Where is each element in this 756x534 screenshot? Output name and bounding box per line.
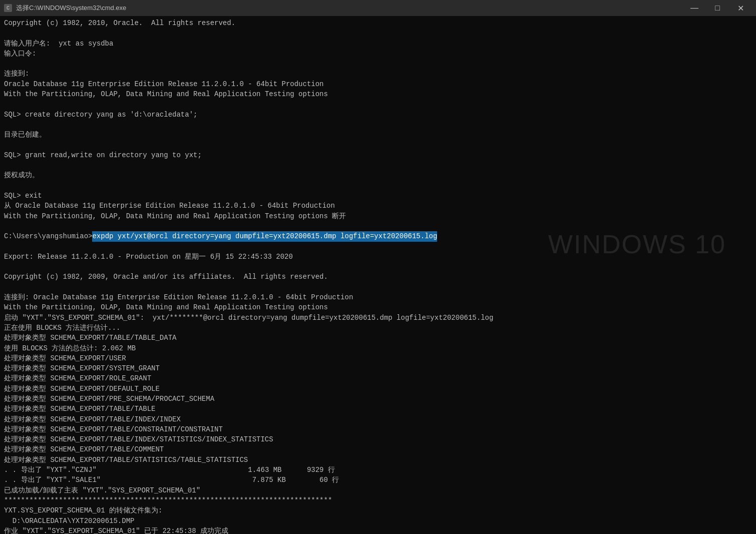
terminal-body[interactable]: WINDOWS 10 Copyright (c) 1982, 2010, Ora…: [0, 16, 756, 534]
line-2: [4, 28, 752, 38]
line-28: 连接到: Oracle Database 11g Enterprise Edit…: [4, 292, 752, 302]
window-controls: — □ ✕: [683, 0, 752, 16]
window-title: 选择C:\WINDOWS\system32\cmd.exe: [16, 4, 126, 13]
line-48: ****************************************…: [4, 495, 752, 505]
line-43: 处理对象类型 SCHEMA_EXPORT/TABLE/COMMENT: [4, 444, 752, 454]
line-20: With the Partitioning, OLAP, Data Mining…: [4, 211, 752, 221]
line-27: [4, 282, 752, 292]
line-14: SQL> grant read,write on directory yang …: [4, 150, 752, 160]
line-19: 从 Oracle Database 11g Enterprise Edition…: [4, 201, 752, 211]
line-3: 请输入用户名: yxt as sysdba: [4, 39, 752, 49]
line-37: 处理对象类型 SCHEMA_EXPORT/DEFAULT_ROLE: [4, 384, 752, 394]
maximize-button[interactable]: □: [706, 0, 729, 16]
line-15: [4, 160, 752, 170]
line-45: . . 导出了 "YXT"."CZNJ" 1.463 MB 9329 行: [4, 465, 752, 475]
line-39: 处理对象类型 SCHEMA_EXPORT/TABLE/TABLE: [4, 404, 752, 414]
line-41: 处理对象类型 SCHEMA_EXPORT/TABLE/CONSTRAINT/CO…: [4, 424, 752, 434]
line-5: [4, 59, 752, 69]
line-49: YXT.SYS_EXPORT_SCHEMA_01 的转储文件集为:: [4, 505, 752, 515]
line-31: 正在使用 BLOCKS 方法进行估计...: [4, 323, 752, 333]
line-46: . . 导出了 "YXT"."SALE1" 7.875 KB 60 行: [4, 475, 752, 485]
close-button[interactable]: ✕: [729, 0, 752, 16]
line-21: [4, 221, 752, 231]
line-29: With the Partitioning, OLAP, Data Mining…: [4, 302, 752, 312]
line-18: SQL> exit: [4, 191, 752, 201]
line-50: D:\ORACLEDATA\YXT20200615.DMP: [4, 516, 752, 526]
line-11: [4, 120, 752, 130]
prompt-highlight-line: C:\Users\yangshumiao>expdp yxt/yxt@orcl …: [4, 231, 752, 241]
line-25: [4, 262, 752, 272]
line-10: SQL> create directory yang as 'd:\oracle…: [4, 110, 752, 120]
cmd-icon: C: [4, 4, 12, 12]
line-30: 启动 "YXT"."SYS_EXPORT_SCHEMA_01": yxt/***…: [4, 313, 752, 323]
line-12: 目录已创建。: [4, 130, 752, 140]
line-38: 处理对象类型 SCHEMA_EXPORT/PRE_SCHEMA/PROCACT_…: [4, 394, 752, 404]
line-17: [4, 181, 752, 191]
line-47: 已成功加载/卸载了主表 "YXT"."SYS_EXPORT_SCHEMA_01": [4, 485, 752, 495]
line-44: 处理对象类型 SCHEMA_EXPORT/TABLE/STATISTICS/TA…: [4, 455, 752, 465]
line-8: With the Partitioning, OLAP, Data Mining…: [4, 89, 752, 99]
line-16: 授权成功。: [4, 170, 752, 180]
line-51: 作业 "YXT"."SYS_EXPORT_SCHEMA_01" 已于 22:45…: [4, 526, 752, 534]
line-1: Copyright (c) 1982, 2010, Oracle. All ri…: [4, 18, 752, 28]
line-42: 处理对象类型 SCHEMA_EXPORT/TABLE/INDEX/STATIST…: [4, 434, 752, 444]
line-24: Export: Release 11.2.0.1.0 - Production …: [4, 252, 752, 262]
prompt-text: C:\Users\yangshumiao>: [4, 231, 92, 241]
highlighted-command: expdp yxt/yxt@orcl directory=yang dumpfi…: [92, 231, 437, 241]
line-9: [4, 99, 752, 109]
line-23: [4, 242, 752, 252]
title-bar: C 选择C:\WINDOWS\system32\cmd.exe — □ ✕: [0, 0, 756, 16]
line-40: 处理对象类型 SCHEMA_EXPORT/TABLE/INDEX/INDEX: [4, 414, 752, 424]
minimize-button[interactable]: —: [683, 0, 706, 16]
line-35: 处理对象类型 SCHEMA_EXPORT/SYSTEM_GRANT: [4, 363, 752, 373]
line-26: Copyright (c) 1982, 2009, Oracle and/or …: [4, 272, 752, 282]
title-bar-left: C 选择C:\WINDOWS\system32\cmd.exe: [4, 4, 126, 13]
line-6: 连接到:: [4, 69, 752, 79]
line-7: Oracle Database 11g Enterprise Edition R…: [4, 79, 752, 89]
line-13: [4, 140, 752, 150]
line-32: 处理对象类型 SCHEMA_EXPORT/TABLE/TABLE_DATA: [4, 333, 752, 343]
line-4: 输入口令:: [4, 49, 752, 59]
cmd-window: C 选择C:\WINDOWS\system32\cmd.exe — □ ✕ WI…: [0, 0, 756, 534]
line-36: 处理对象类型 SCHEMA_EXPORT/ROLE_GRANT: [4, 373, 752, 383]
line-34: 处理对象类型 SCHEMA_EXPORT/USER: [4, 353, 752, 363]
line-33: 使用 BLOCKS 方法的总估计: 2.062 MB: [4, 343, 752, 353]
